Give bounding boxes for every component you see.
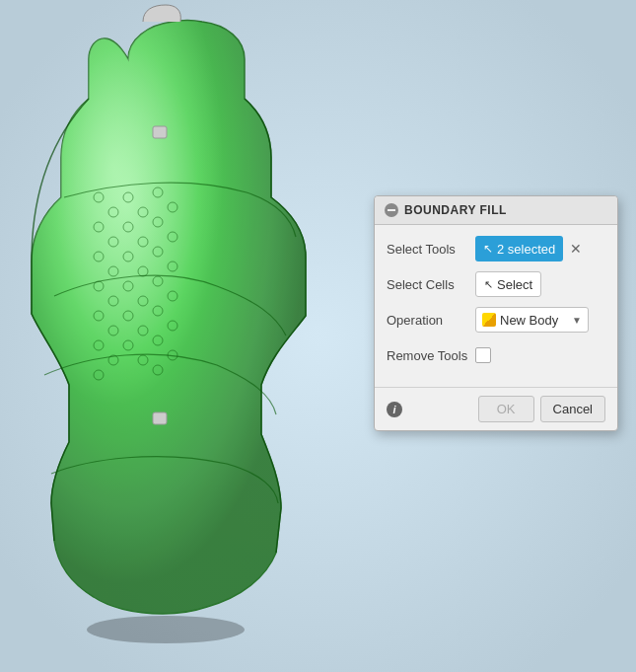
select-tools-control: ↖ 2 selected ✕ [475, 236, 605, 261]
select-cells-label-text: Select [497, 277, 532, 292]
selected-button[interactable]: ↖ 2 selected [475, 236, 563, 261]
dialog-header-icon [385, 203, 398, 217]
dialog-title: BOUNDARY FILL [404, 203, 507, 217]
operation-control: New Body ▼ [475, 307, 605, 333]
operation-label: Operation [387, 313, 475, 328]
remove-tools-checkbox[interactable] [475, 347, 491, 363]
dialog-body: Select Tools ↖ 2 selected ✕ Select Cells… [375, 225, 617, 387]
dialog-footer: i OK Cancel [375, 387, 617, 430]
remove-tools-row: Remove Tools [387, 341, 605, 369]
clear-selection-button[interactable]: ✕ [567, 242, 585, 256]
select-cells-control: ↖ Select [475, 271, 605, 297]
svg-rect-39 [153, 126, 167, 138]
remove-tools-control [475, 347, 605, 363]
svg-rect-40 [153, 412, 167, 424]
select-cells-button[interactable]: ↖ Select [475, 271, 541, 297]
selected-count-label: 2 selected [497, 242, 555, 257]
operation-value: New Body [500, 313, 558, 328]
dropdown-arrow-icon: ▼ [572, 315, 582, 326]
select-cells-label: Select Cells [387, 277, 475, 292]
svg-point-41 [87, 616, 245, 643]
boundary-fill-dialog: BOUNDARY FILL Select Tools ↖ 2 selected … [374, 195, 618, 431]
operation-row: Operation New Body ▼ [387, 306, 605, 334]
select-tools-label: Select Tools [387, 242, 475, 257]
operation-icon [482, 313, 496, 327]
cancel-button[interactable]: Cancel [540, 396, 605, 422]
operation-dropdown[interactable]: New Body ▼ [475, 307, 589, 333]
cursor-icon: ↖ [483, 242, 493, 256]
ok-button[interactable]: OK [478, 396, 534, 422]
cursor-icon-small: ↖ [484, 278, 493, 291]
select-tools-row: Select Tools ↖ 2 selected ✕ [387, 235, 605, 262]
remove-tools-label: Remove Tools [387, 348, 475, 363]
info-icon[interactable]: i [387, 402, 402, 417]
dialog-header: BOUNDARY FILL [375, 196, 617, 225]
select-cells-row: Select Cells ↖ Select [387, 270, 605, 298]
